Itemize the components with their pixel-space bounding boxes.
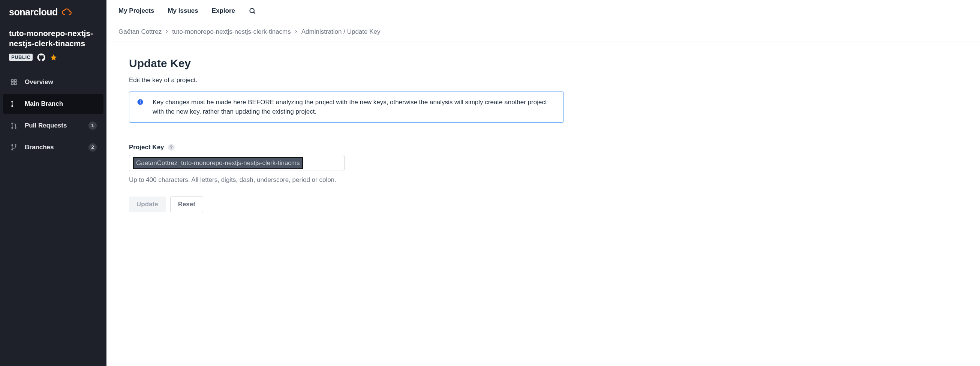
project-key-value: GaetanCottrez_tuto-monorepo-nextjs-nestj… [133,157,303,169]
sidebar-item-label: Pull Requests [25,122,67,129]
reset-button[interactable]: Reset [170,196,203,212]
svg-point-8 [12,127,13,128]
page-title: Update Key [129,57,564,70]
pull-request-icon [10,121,18,130]
info-alert: Key changes must be made here BEFORE ana… [129,91,564,123]
svg-point-12 [15,144,16,145]
svg-rect-17 [140,102,141,103]
grid-icon [10,78,18,86]
breadcrumb-project[interactable]: tuto-monorepo-nextjs-nestjs-clerk-tinacm… [172,28,291,36]
count-badge: 1 [89,121,97,130]
sidebar: sonarcloud tuto-monorepo-nextjs-nestjs-c… [0,0,107,366]
breadcrumb-page: Administration / Update Key [301,28,380,36]
project-header: tuto-monorepo-nextjs-nestjs-clerk-tinacm… [0,24,107,69]
project-key-input[interactable]: GaetanCottrez_tuto-monorepo-nextjs-nestj… [129,155,345,171]
sidebar-item-label: Overview [25,78,53,86]
help-icon[interactable]: ? [168,144,175,151]
logo-text: sonarcloud [9,7,58,18]
sidebar-item-pull-requests[interactable]: Pull Requests 1 [3,116,103,136]
github-icon[interactable] [37,53,45,62]
content: Update Key Edit the key of a project. Ke… [107,42,586,227]
topnav-explore[interactable]: Explore [212,7,235,14]
svg-point-9 [15,127,16,128]
project-key-label: Project Key [129,144,164,151]
svg-point-5 [12,105,13,107]
svg-line-15 [253,12,255,13]
branch-icon [10,100,18,108]
svg-rect-1 [14,80,16,81]
svg-rect-3 [14,83,16,84]
svg-point-11 [12,144,13,145]
sidebar-nav: Overview Main Branch Pull Requests 1 [0,69,107,162]
svg-point-13 [12,149,13,150]
count-badge: 2 [89,143,97,151]
public-badge: PUBLIC [9,54,33,61]
sidebar-item-main-branch[interactable]: Main Branch [3,94,103,114]
info-text: Key changes must be made here BEFORE ana… [153,98,556,116]
branches-icon [10,143,18,151]
main: My Projects My Issues Explore Gaëtan Cot… [107,0,980,366]
sidebar-item-branches[interactable]: Branches 2 [3,137,103,158]
svg-rect-18 [140,100,141,101]
svg-rect-0 [11,80,13,81]
sidebar-item-label: Main Branch [25,100,63,108]
project-title: tuto-monorepo-nextjs-nestjs-clerk-tinacm… [9,28,97,49]
chevron-right-icon [294,28,298,36]
help-text: Up to 400 characters. All letters, digit… [129,176,564,184]
topnav-my-issues[interactable]: My Issues [168,7,198,14]
logo[interactable]: sonarcloud [0,0,107,24]
star-icon[interactable] [50,54,57,61]
chevron-right-icon [165,28,169,36]
sidebar-item-overview[interactable]: Overview [3,72,103,92]
svg-point-4 [12,101,13,102]
search-icon[interactable] [248,7,256,14]
svg-point-7 [12,123,13,124]
sonarcloud-icon [62,7,72,18]
sidebar-item-label: Branches [25,144,54,151]
svg-rect-2 [11,83,13,84]
svg-point-14 [250,8,254,13]
topnav-my-projects[interactable]: My Projects [118,7,154,14]
page-description: Edit the key of a project. [129,76,564,84]
info-icon [137,99,143,107]
breadcrumb: Gaëtan Cottrez tuto-monorepo-nextjs-nest… [107,22,980,42]
update-button[interactable]: Update [129,196,166,212]
topbar: My Projects My Issues Explore [107,0,980,22]
breadcrumb-org[interactable]: Gaëtan Cottrez [118,28,162,36]
